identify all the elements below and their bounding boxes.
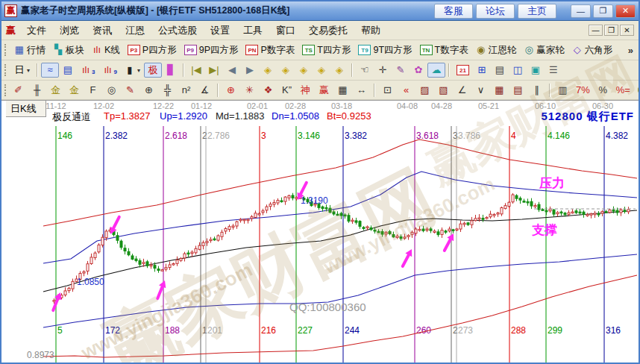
close-button[interactable]: ✕ [615,4,636,18]
t9-square-button[interactable]: T99T四方形 [354,42,415,59]
period-day-button[interactable]: 日▾ [10,63,34,78]
minimize-button[interactable]: — [571,4,591,18]
volume-3-button[interactable]: ılı3 [77,63,98,78]
info-f10-button[interactable]: ▤ [59,63,77,78]
kline-chart-canvas[interactable]: 14652.3821722.618188212.78620132163.1462… [1,101,639,363]
drag-hand-button[interactable]: ☜ [356,63,374,78]
k-mark-tool-button[interactable]: K” [277,83,296,98]
cycle-right-diamond-button[interactable]: ◈ [277,63,295,78]
retrace-percent-tool-button[interactable]: 7% [572,83,594,98]
menu-help[interactable]: 帮助 [354,22,387,40]
volume-9-button[interactable]: ılı9 [98,63,120,78]
prev-page-button[interactable]: ◀ [223,63,241,78]
angle-line-tool-button[interactable]: ∠ [453,83,471,98]
menu-settings[interactable]: 设置 [204,22,236,40]
menu-browse[interactable]: 浏览 [53,22,86,40]
p-number-table-button[interactable]: PNP数字表 [242,42,298,59]
boxed-fan-tool-button[interactable]: ▨ [415,83,434,98]
v-line-tool-button[interactable]: ∨ [471,83,490,98]
menu-gann[interactable]: 江恩 [119,22,151,40]
angle-measure-tool-button[interactable]: ∡ [195,83,214,98]
kline-chart-area[interactable]: 14652.3821722.618188212.78620132163.1462… [1,100,639,363]
t-square-button[interactable]: TST四方形 [298,42,354,59]
circle-cycle-tool-button[interactable]: ⊕ [139,83,158,98]
menu-formula-stock-pick[interactable]: 公式选股 [151,22,204,40]
menu-file[interactable]: 文件 [20,22,53,40]
parallel-lines-tool-button[interactable]: ∥ [527,83,546,98]
width-adjust-tool-button[interactable]: ↔ [352,83,371,98]
service-button[interactable]: 客服 [434,4,473,19]
butterfly-tool-button[interactable]: ✿ [410,63,427,78]
candle [575,209,577,214]
pointer-edit-button[interactable]: ✎ [392,63,410,78]
spiral-tool-button[interactable]: ◎ [102,83,121,98]
gold-extension-tool-button[interactable]: 金 [65,83,84,98]
cycle-left-diamond-button[interactable]: ◈ [259,63,277,78]
box-tool-button[interactable]: ⊡ [378,83,397,98]
kline-button[interactable]: ılıK线 [88,42,124,59]
child-minimize-button[interactable]: — [589,25,603,36]
shen-tool-button[interactable]: 神 [296,83,315,98]
share-button[interactable]: ▣ [527,63,545,78]
child-close-button[interactable]: ✕ [620,25,634,36]
toolbar-grip[interactable] [4,44,7,56]
forum-button[interactable]: 论坛 [476,4,515,19]
hash-cycle-tool-button[interactable]: ╬ [158,83,177,98]
homepage-button[interactable]: 主页 [518,4,556,19]
memo-button[interactable]: ▤ [491,63,509,78]
t-number-table-button[interactable]: TNT数字表 [416,42,472,59]
last-page-button[interactable]: ▶| [205,63,223,78]
calendar-button[interactable]: 21 [453,63,473,78]
stats-column-tool-button[interactable]: ▥ [553,83,572,98]
menu-trade-order[interactable]: 交易委托 [302,22,354,40]
next-page-button[interactable]: ▶ [241,63,259,78]
compass-tool-button[interactable]: ⊕ [222,83,240,98]
percent-tool-button[interactable]: % [594,83,612,98]
starburst-tool-button[interactable]: ✳ [240,83,259,98]
boxed-web-tool-button[interactable]: ▧ [434,83,453,98]
child-restore-button[interactable]: ❐ [604,25,618,36]
grid-tool-button[interactable]: ▦ [490,83,509,98]
crosshair-button[interactable]: ✛ [374,63,392,78]
percent-lines-tool-button[interactable]: %= [612,83,634,98]
gold-division-tool-button[interactable]: 金 [46,83,65,98]
save-button[interactable]: ◫ [509,63,527,78]
grid-123-tool-button[interactable]: ▦ [333,83,352,98]
chan-theory-button[interactable]: ≈ [41,63,59,78]
toolbar-grip[interactable] [4,64,7,76]
p9-square-button[interactable]: P99P四方形 [181,42,242,59]
first-page-button[interactable]: |◀ [187,63,205,78]
restore-button[interactable]: ❐ [593,4,613,18]
menu-tools[interactable]: 工具 [236,22,269,40]
ying-tool-button[interactable]: 赢 [315,83,333,98]
hexagon-button[interactable]: ◇六角形 [568,42,617,59]
p-square-button[interactable]: P3P四方形 [124,42,181,59]
calculator-button[interactable]: ⊞ [473,63,491,78]
sectors-button[interactable]: ▚板块 [49,42,88,59]
menu-window[interactable]: 窗口 [269,22,302,40]
cycle-expand-diamond-button[interactable]: ◈ [295,63,313,78]
color-histogram-button[interactable]: ▊ [162,63,180,78]
spiderweb-tool-button[interactable]: ❖ [259,83,277,98]
time-cycle-tool-button[interactable]: ╫ [28,83,46,98]
pen-tool-button[interactable]: ✐ [9,83,28,98]
cycle-all-diamond-button[interactable]: ◈ [330,63,348,78]
print-button[interactable]: ☰ [545,63,562,78]
menu-news[interactable]: 资讯 [86,22,119,40]
jifan-channel-button[interactable]: 极 [144,63,162,78]
quotes-button[interactable]: ▦行情 [10,42,49,59]
fan-lines-tool-button[interactable]: « [397,83,415,98]
square-number-tool-button[interactable]: n² [177,83,195,98]
fibonacci-tool-button[interactable]: F [84,83,102,98]
grid-arrow-tool-button[interactable]: ▤ [509,83,527,98]
toolbar-grip[interactable] [4,84,6,96]
candle-style-button[interactable]: ▮▾ [121,63,144,78]
brush-tool-button[interactable]: ✎ [121,83,139,98]
winner-wheel-button[interactable]: ◎赢家轮 [520,42,568,59]
candle [213,236,216,241]
cycle-center-diamond-button[interactable]: ◈ [313,63,330,78]
gold-circle-tool-button[interactable]: 金 [634,82,640,98]
gann-wheel-button[interactable]: ◉江恩轮 [472,42,521,59]
brain-map-button[interactable]: ☁ [427,63,445,78]
toolbar-overflow-button[interactable]: » [625,45,636,56]
